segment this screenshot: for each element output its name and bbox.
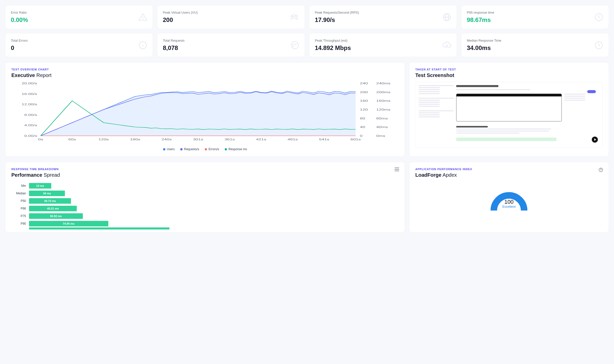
warning-icon — [138, 12, 148, 22]
svg-point-0 — [143, 19, 143, 19]
svg-text:0ms: 0ms — [376, 134, 385, 137]
perf-row-min: Min13 ms — [11, 182, 399, 189]
perf-row-label: Median — [11, 192, 29, 195]
svg-text:160: 160 — [360, 99, 368, 102]
perf-bar: 45.21 ms — [29, 206, 77, 211]
globe-icon — [442, 12, 452, 22]
svg-text:0s: 0s — [38, 138, 43, 141]
svg-text:80: 80 — [360, 117, 365, 120]
svg-text:4.00/s: 4.00/s — [24, 124, 37, 127]
kpi-value: 14.892 Mbps — [315, 44, 451, 51]
kpi-value: 0.00% — [11, 16, 147, 23]
svg-text:40: 40 — [360, 125, 365, 128]
exec-eyebrow: TEST OVERVIEW CHART — [11, 68, 399, 71]
screenshot-panel: TAKEN AT START OF TEST Test Screenshot — [409, 62, 609, 157]
svg-point-42 — [601, 171, 601, 171]
kpi-value: 98.67ms — [467, 16, 603, 23]
svg-text:240s: 240s — [162, 138, 172, 141]
svg-text:12.00/s: 12.00/s — [22, 103, 37, 106]
svg-text:40ms: 40ms — [376, 125, 388, 128]
exec-chart: 0.00/s4.00/s8.00/s12.00/s16.00/s20.00/s0… — [11, 82, 399, 145]
perf-row-label: P50 — [11, 199, 29, 203]
svg-point-3 — [291, 15, 292, 17]
kpi-card-peak-virtual-users-vu: Peak Virtual Users (VU)200 — [157, 5, 305, 29]
kpi-card-peak-requests-second-rps: Peak Requests/Second (RPS)17.90/s — [309, 5, 457, 29]
svg-text:200: 200 — [360, 91, 368, 94]
kpi-card-total-errors: Total Errors0 — [5, 33, 153, 57]
kpi-label: P95 response time — [467, 11, 603, 14]
screenshot-thumbnail[interactable] — [415, 82, 603, 147]
kpi-value: 200 — [163, 16, 299, 23]
kpi-value: 0 — [11, 44, 147, 51]
apdex-eyebrow: APPLICATION PERFORMANCE INDEX — [415, 168, 603, 171]
perf-bar: 13 ms — [29, 183, 51, 189]
clock-icon — [594, 40, 604, 50]
svg-text:160ms: 160ms — [376, 99, 391, 102]
perf-bars: Min13 msMedian34 msP5039.73 msP6645.21 m… — [11, 182, 399, 229]
kpi-label: Peak Throughput (est) — [315, 39, 451, 42]
kpi-card-error-ratio: Error Ratio0.00% — [5, 5, 153, 29]
kpi-label: Error Ratio — [11, 11, 147, 14]
perf-row-label: Min — [11, 184, 29, 188]
svg-point-2 — [296, 15, 297, 17]
svg-text:0: 0 — [360, 134, 363, 137]
kpi-card-peak-throughput-est: Peak Throughput (est)14.892 Mbps — [309, 33, 457, 57]
svg-text:421s: 421s — [256, 138, 266, 141]
dashboard-badge — [587, 90, 596, 93]
kpi-card-p95-response-time: P95 response time98.67ms — [461, 5, 609, 29]
perf-row-p90: P9074.95 ms — [11, 220, 399, 227]
charts-row: TEST OVERVIEW CHART Executive Report 0.0… — [5, 62, 609, 157]
svg-text:301s: 301s — [193, 138, 203, 141]
legend-item[interactable]: Response ms — [225, 147, 247, 151]
kpi-label: Total Requests — [163, 39, 299, 42]
perf-bar: 74.95 ms — [29, 221, 108, 226]
kpi-label: Peak Virtual Users (VU) — [163, 11, 299, 14]
chart-menu-icon[interactable] — [395, 168, 399, 171]
executive-report-panel: TEST OVERVIEW CHART Executive Report 0.0… — [5, 62, 405, 157]
svg-point-8 — [291, 41, 299, 49]
svg-text:60s: 60s — [68, 138, 76, 141]
apdex-score: 100 — [488, 199, 530, 205]
perf-bar: 34 ms — [29, 191, 65, 196]
svg-text:120ms: 120ms — [376, 108, 391, 111]
svg-text:120: 120 — [360, 108, 368, 111]
help-icon[interactable] — [599, 168, 603, 172]
perf-bar: 50.92 ms — [29, 213, 83, 219]
play-icon[interactable] — [592, 137, 598, 143]
screenshot-title: Test Screenshot — [415, 72, 603, 78]
legend-item[interactable]: Requests/s — [180, 147, 199, 151]
exec-legend: UsersRequests/sErrors/sResponse ms — [11, 147, 399, 151]
bottom-row: RESPONSE TIME BREAKDOWN Performance Spre… — [5, 162, 609, 232]
kpi-label: Peak Requests/Second (RPS) — [315, 11, 451, 14]
svg-text:240ms: 240ms — [376, 82, 391, 85]
perf-title: Performance Spread — [11, 172, 399, 178]
legend-item[interactable]: Users — [163, 147, 175, 151]
svg-text:80ms: 80ms — [376, 117, 388, 120]
perf-eyebrow: RESPONSE TIME BREAKDOWN — [11, 168, 399, 171]
svg-text:0.00/s: 0.00/s — [24, 134, 37, 137]
earth-icon — [290, 40, 300, 50]
kpi-card-median-response-time: Median Response Time34.00ms — [461, 33, 609, 57]
perf-spread-panel: RESPONSE TIME BREAKDOWN Performance Spre… — [5, 162, 405, 232]
users-icon — [290, 12, 300, 22]
perf-row-label: P90 — [11, 222, 29, 225]
perf-row-label: P66 — [11, 207, 29, 210]
svg-text:20.00/s: 20.00/s — [22, 82, 37, 85]
kpi-value: 8,078 — [163, 44, 299, 51]
apdex-panel: APPLICATION PERFORMANCE INDEX LoadForge … — [409, 162, 609, 232]
kpi-value: 34.00ms — [467, 44, 603, 51]
perf-row-p50: P5039.73 ms — [11, 197, 399, 204]
exec-title: Executive Report — [11, 72, 399, 78]
clock-icon — [594, 12, 604, 22]
apdex-rating: Excellent — [488, 205, 530, 209]
legend-item[interactable]: Errors/s — [205, 147, 219, 151]
svg-point-1 — [293, 14, 295, 16]
perf-row-p66: P6645.21 ms — [11, 205, 399, 212]
svg-text:200ms: 200ms — [376, 91, 391, 94]
svg-text:120s: 120s — [98, 138, 109, 141]
perf-row-p75: P7550.92 ms — [11, 212, 399, 220]
perf-row-label: P75 — [11, 214, 29, 218]
kpi-label: Median Response Time — [467, 39, 603, 42]
kpi-value: 17.90/s — [315, 16, 451, 23]
svg-text:240: 240 — [360, 82, 368, 85]
